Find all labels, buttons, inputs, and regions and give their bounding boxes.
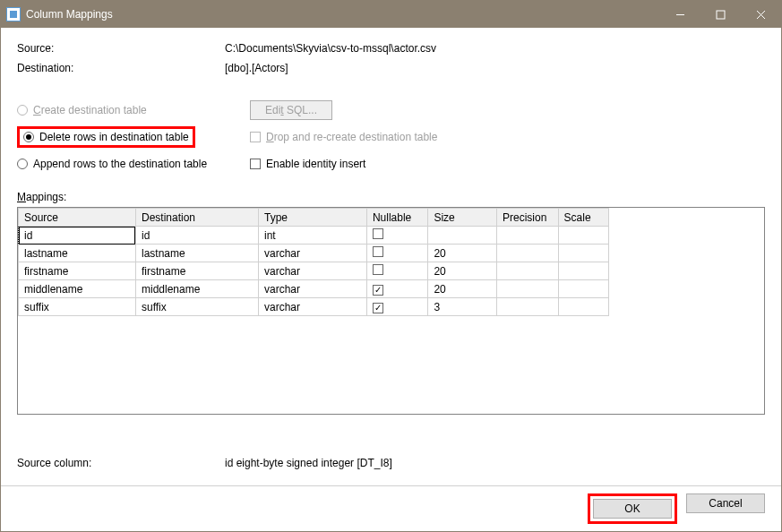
nullable-checkbox[interactable]: ✓ [373, 303, 383, 313]
dialog-footer: OK Cancel [1, 485, 781, 531]
cell[interactable]: firstname [19, 262, 136, 280]
cell[interactable] [558, 280, 608, 298]
nullable-checkbox[interactable] [373, 264, 383, 275]
cell[interactable]: lastname [19, 245, 136, 262]
maximize-button[interactable] [700, 1, 741, 28]
header-type[interactable]: Type [259, 209, 367, 227]
nullable-cell[interactable]: ✓ [366, 280, 428, 298]
mappings-label: Mappings: [17, 191, 765, 203]
cell[interactable]: middlename [19, 280, 136, 298]
cell[interactable]: suffix [19, 298, 136, 316]
cell[interactable]: lastname [135, 245, 258, 262]
delete-rows-radio[interactable] [23, 132, 34, 142]
source-column-value: id eight-byte signed integer [DT_I8] [225, 457, 765, 469]
dialog-window: Column Mappings Source: C:\Documents\Sky… [0, 0, 782, 532]
nullable-checkbox[interactable] [373, 246, 383, 257]
append-rows-radio[interactable] [17, 159, 28, 169]
header-size[interactable]: Size [428, 209, 497, 227]
close-button[interactable] [741, 1, 781, 28]
cell[interactable] [497, 280, 559, 298]
cell[interactable]: id [19, 227, 136, 245]
cancel-button[interactable]: Cancel [686, 493, 765, 513]
app-icon [6, 7, 21, 21]
cell[interactable]: varchar [259, 298, 367, 316]
cell[interactable]: suffix [135, 298, 258, 316]
cell[interactable]: varchar [259, 262, 367, 280]
cell[interactable] [558, 262, 608, 280]
svg-rect-1 [717, 11, 725, 19]
cell[interactable]: middlename [135, 280, 258, 298]
source-value: C:\Documents\Skyvia\csv-to-mssql\actor.c… [225, 42, 765, 55]
destination-value: [dbo].[Actors] [225, 62, 765, 74]
table-row[interactable]: ididint [19, 227, 609, 245]
append-rows-label: Append rows to the destination table [33, 158, 207, 170]
drop-recreate-checkbox [250, 132, 261, 142]
drop-recreate-label: Drop and re-create destination table [266, 131, 437, 143]
nullable-checkbox[interactable] [373, 228, 383, 239]
cell[interactable]: 20 [428, 280, 497, 298]
cell[interactable]: varchar [259, 245, 367, 262]
nullable-cell[interactable]: ✓ [366, 298, 428, 316]
create-table-label: Create destination table [33, 104, 147, 116]
identity-insert-checkbox[interactable] [250, 159, 261, 169]
nullable-cell[interactable] [366, 227, 428, 245]
dialog-content: Source: C:\Documents\Skyvia\csv-to-mssql… [1, 28, 781, 485]
titlebar: Column Mappings [1, 1, 781, 28]
source-column-label: Source column: [17, 457, 225, 469]
nullable-cell[interactable] [366, 262, 428, 280]
cell[interactable]: 20 [428, 245, 497, 262]
cell[interactable]: 20 [428, 262, 497, 280]
identity-insert-label: Enable identity insert [266, 158, 365, 170]
ok-button-highlight: OK [588, 493, 677, 524]
table-header-row: Source Destination Type Nullable Size Pr… [19, 209, 609, 227]
cell[interactable] [497, 227, 559, 245]
create-table-radio [17, 105, 28, 116]
cell[interactable]: 3 [428, 298, 497, 316]
mappings-table-wrap: Source Destination Type Nullable Size Pr… [17, 207, 765, 415]
cell[interactable] [428, 227, 497, 245]
header-source[interactable]: Source [19, 209, 136, 227]
edit-sql-button: Edit SQL... [250, 100, 332, 120]
table-row[interactable]: lastnamelastnamevarchar20 [19, 245, 609, 262]
delete-rows-label: Delete rows in destination table [39, 131, 189, 143]
delete-rows-highlight: Delete rows in destination table [17, 126, 195, 148]
cell[interactable] [558, 227, 608, 245]
nullable-cell[interactable] [366, 245, 428, 262]
nullable-checkbox[interactable]: ✓ [373, 285, 383, 296]
cell[interactable] [497, 298, 559, 316]
cell[interactable] [558, 245, 608, 262]
header-nullable[interactable]: Nullable [366, 209, 428, 227]
cell[interactable] [497, 262, 559, 280]
ok-button[interactable]: OK [593, 499, 672, 519]
cell[interactable]: varchar [259, 280, 367, 298]
window-title: Column Mappings [26, 8, 660, 21]
cell[interactable] [497, 245, 559, 262]
destination-label: Destination: [17, 62, 225, 74]
header-destination[interactable]: Destination [135, 209, 258, 227]
cell[interactable] [558, 298, 608, 316]
source-label: Source: [17, 42, 225, 55]
minimize-button[interactable] [660, 1, 700, 28]
table-row[interactable]: suffixsuffixvarchar✓3 [19, 298, 609, 316]
cell[interactable]: firstname [135, 262, 258, 280]
header-precision[interactable]: Precision [497, 209, 559, 227]
cell[interactable]: id [135, 227, 258, 245]
mappings-table[interactable]: Source Destination Type Nullable Size Pr… [18, 208, 609, 316]
header-scale[interactable]: Scale [558, 209, 608, 227]
cell[interactable]: int [259, 227, 367, 245]
table-row[interactable]: middlenamemiddlenamevarchar✓20 [19, 280, 609, 298]
table-row[interactable]: firstnamefirstnamevarchar20 [19, 262, 609, 280]
